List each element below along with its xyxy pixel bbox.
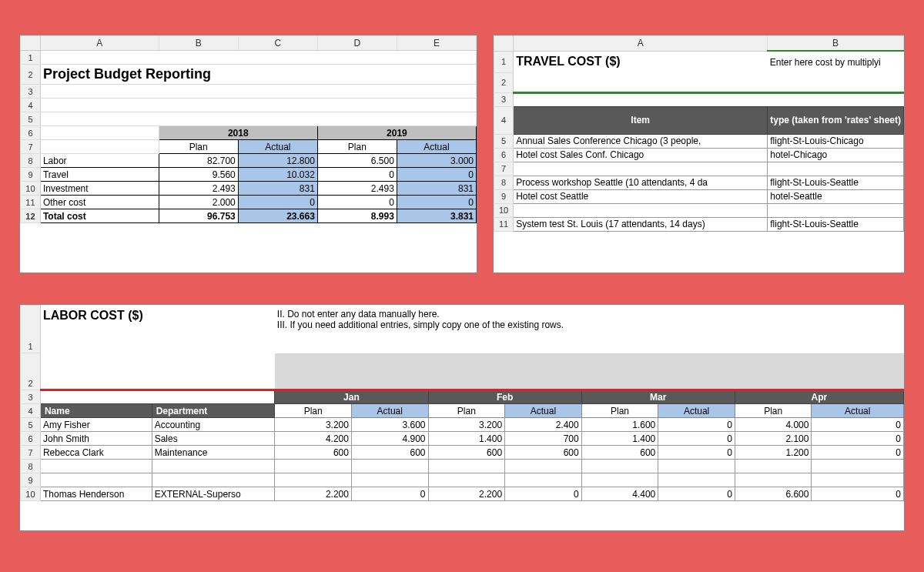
budget-label[interactable]: Investment xyxy=(40,182,159,196)
travel-type[interactable]: flight-St-Louis-Chicago xyxy=(768,134,904,148)
col-B[interactable]: B xyxy=(768,36,904,52)
labor-value[interactable]: 600 xyxy=(275,446,352,460)
budget-sheet[interactable]: A B C D E 1 2 Project Budget Reporting 3… xyxy=(19,35,477,273)
actual-hdr[interactable]: Actual xyxy=(397,140,476,154)
labor-value[interactable]: 600 xyxy=(581,446,658,460)
labor-value[interactable] xyxy=(812,473,904,487)
total-actual[interactable]: 23.663 xyxy=(238,209,317,223)
row-11[interactable]: 11 xyxy=(21,196,41,209)
actual-hdr[interactable]: Actual xyxy=(658,404,735,418)
year-2019[interactable]: 2019 xyxy=(317,126,476,140)
plan-hdr[interactable]: Plan xyxy=(317,140,397,154)
plan-hdr[interactable]: Plan xyxy=(159,140,238,154)
actual-hdr[interactable]: Actual xyxy=(351,404,428,418)
labor-value[interactable]: 2.200 xyxy=(275,487,352,501)
name-header[interactable]: Name xyxy=(40,404,152,418)
row-6[interactable]: 6 xyxy=(21,126,41,140)
labor-value[interactable]: 2.400 xyxy=(505,418,582,432)
labor-value[interactable]: 0 xyxy=(812,487,904,501)
travel-type[interactable]: flight-St-Louis-Seattle xyxy=(768,176,904,189)
budget-plan[interactable]: 0 xyxy=(317,196,397,209)
labor-value[interactable]: 4.000 xyxy=(735,418,812,432)
plan-hdr[interactable]: Plan xyxy=(735,404,812,418)
labor-value[interactable]: 6.600 xyxy=(735,487,812,501)
labor-dept[interactable]: Accounting xyxy=(152,418,275,432)
month-hdr[interactable]: Feb xyxy=(428,390,581,404)
row-2[interactable]: 2 xyxy=(494,72,514,92)
actual-hdr[interactable]: Actual xyxy=(505,404,582,418)
budget-actual[interactable]: 831 xyxy=(238,182,317,196)
year-2018[interactable]: 2018 xyxy=(159,126,317,140)
labor-name[interactable]: Rebecca Clark xyxy=(40,446,152,460)
corner[interactable] xyxy=(494,36,514,52)
row-7[interactable]: 7 xyxy=(494,162,514,176)
row-4[interactable]: 4 xyxy=(494,106,514,134)
travel-type[interactable]: hotel-Chicago xyxy=(768,148,904,162)
travel-item[interactable]: Process workshop Seattle (10 attendants,… xyxy=(514,176,768,189)
row-6[interactable]: 6 xyxy=(494,148,514,162)
labor-dept[interactable] xyxy=(152,473,275,487)
labor-value[interactable]: 0 xyxy=(812,432,904,446)
travel-item[interactable]: Hotel cost Sales Conf. Chicago xyxy=(514,148,768,162)
travel-item[interactable]: System test St. Louis (17 attendants, 14… xyxy=(514,217,768,231)
budget-plan[interactable]: 2.493 xyxy=(317,182,397,196)
month-hdr[interactable]: Jan xyxy=(275,390,428,404)
labor-value[interactable] xyxy=(658,460,735,473)
labor-value[interactable]: 3.200 xyxy=(428,418,505,432)
row-9[interactable]: 9 xyxy=(494,189,514,203)
labor-value[interactable]: 600 xyxy=(351,446,428,460)
budget-label[interactable]: Travel xyxy=(40,168,159,182)
labor-value[interactable]: 4.200 xyxy=(275,432,352,446)
labor-value[interactable]: 0 xyxy=(812,418,904,432)
travel-type[interactable] xyxy=(768,162,904,176)
type-header[interactable]: type (taken from 'rates' sheet) xyxy=(768,106,904,134)
labor-name[interactable]: Thomas Henderson xyxy=(40,487,152,501)
labor-value[interactable] xyxy=(351,473,428,487)
col-C[interactable]: C xyxy=(238,36,317,51)
row-10[interactable]: 10 xyxy=(494,203,514,217)
plan-hdr[interactable]: Plan xyxy=(428,404,505,418)
labor-value[interactable]: 2.100 xyxy=(735,432,812,446)
row-11[interactable]: 11 xyxy=(494,217,514,231)
row-1[interactable]: 1 xyxy=(21,51,41,65)
row-4[interactable]: 4 xyxy=(21,404,41,418)
budget-actual[interactable]: 0 xyxy=(238,196,317,209)
travel-type[interactable]: hotel-Seattle xyxy=(768,189,904,203)
labor-value[interactable]: 1.400 xyxy=(428,432,505,446)
row-3[interactable]: 3 xyxy=(21,390,41,404)
labor-value[interactable]: 0 xyxy=(658,487,735,501)
labor-dept[interactable]: Sales xyxy=(152,432,275,446)
dept-header[interactable]: Department xyxy=(152,404,275,418)
labor-value[interactable] xyxy=(351,460,428,473)
row-8[interactable]: 8 xyxy=(494,176,514,189)
budget-label[interactable]: Other cost xyxy=(40,196,159,209)
row-6[interactable]: 6 xyxy=(21,432,41,446)
col-D[interactable]: D xyxy=(317,36,397,51)
labor-value[interactable]: 1.600 xyxy=(581,418,658,432)
col-B[interactable]: B xyxy=(159,36,238,51)
row-7[interactable]: 7 xyxy=(21,446,41,460)
corner[interactable] xyxy=(21,36,41,51)
labor-name[interactable] xyxy=(40,473,152,487)
labor-value[interactable]: 4.400 xyxy=(581,487,658,501)
labor-value[interactable] xyxy=(581,473,658,487)
labor-value[interactable]: 0 xyxy=(812,446,904,460)
row-1[interactable]: 1 xyxy=(21,306,41,353)
labor-value[interactable]: 4.900 xyxy=(351,432,428,446)
plan-hdr[interactable]: Plan xyxy=(581,404,658,418)
row-10[interactable]: 10 xyxy=(21,182,41,196)
budget-actual[interactable]: 0 xyxy=(397,168,476,182)
travel-item[interactable] xyxy=(514,203,768,217)
row-1[interactable]: 1 xyxy=(494,51,514,72)
row-12[interactable]: 12 xyxy=(21,209,41,223)
row-10[interactable]: 10 xyxy=(21,487,41,501)
labor-value[interactable] xyxy=(275,460,352,473)
row-5[interactable]: 5 xyxy=(494,134,514,148)
budget-plan[interactable]: 82.700 xyxy=(159,154,238,168)
total-actual[interactable]: 3.831 xyxy=(397,209,476,223)
labor-dept[interactable]: EXTERNAL-Superso xyxy=(152,487,275,501)
month-hdr[interactable]: Apr xyxy=(735,390,903,404)
travel-item[interactable]: Hotel cost Seattle xyxy=(514,189,768,203)
row-2[interactable]: 2 xyxy=(21,353,41,390)
row-5[interactable]: 5 xyxy=(21,112,41,126)
